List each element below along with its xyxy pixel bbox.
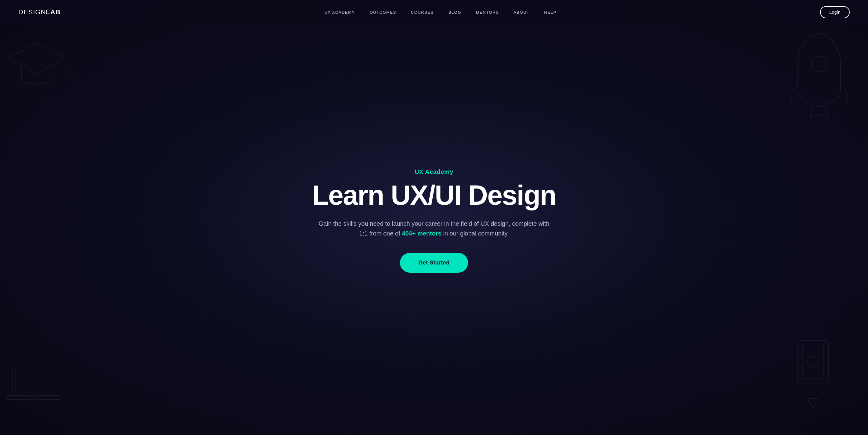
hero-section: UX Academy Learn UX/UI Design Gain the s… [0,0,868,435]
hero-cta-button[interactable]: Get Started [400,253,468,273]
svg-rect-3 [15,371,52,393]
svg-marker-0 [9,43,64,73]
hero-eyebrow: UX Academy [312,168,556,175]
hero-title: Learn UX/UI Design [312,181,556,209]
svg-rect-4 [6,395,61,400]
nav-item-about[interactable]: ABOUT [514,9,529,15]
nav-item-courses[interactable]: COURSES [411,9,434,15]
svg-point-9 [808,356,818,367]
hero-subtitle-highlight: 404+ mentors [402,230,441,237]
nav-item-help[interactable]: HELP [544,9,556,15]
login-button[interactable]: Login [820,6,850,18]
nav-item-ux-academy[interactable]: UX ACADEMY [324,9,355,15]
svg-rect-2 [12,368,55,395]
brand-logo[interactable]: DESIGNLAB [18,8,61,16]
laptop-icon [6,365,61,404]
nav-item-mentors[interactable]: MENTORS [476,9,499,15]
grad-hat-icon [6,37,67,92]
nav-links: UX ACADEMY OUTCOMES COURSES BLOG MENTORS… [324,9,556,15]
rocket-icon [788,31,850,122]
hero-content: UX Academy Learn UX/UI Design Gain the s… [312,168,556,273]
hero-subtitle-post: in our global community. [441,230,509,237]
map-pin-icon [788,337,837,411]
navbar: DESIGNLAB UX ACADEMY OUTCOMES COURSES BL… [0,0,868,24]
brand-logo-bold: LAB [46,8,60,16]
svg-marker-11 [808,398,817,409]
svg-point-6 [811,57,827,72]
brand-logo-light: DESIGN [18,8,46,16]
nav-item-blog[interactable]: BLOG [448,9,461,15]
hero-subtitle: Gain the skills you need to launch your … [315,219,553,238]
nav-item-outcomes[interactable]: OUTCOMES [370,9,396,15]
svg-rect-8 [802,345,824,378]
